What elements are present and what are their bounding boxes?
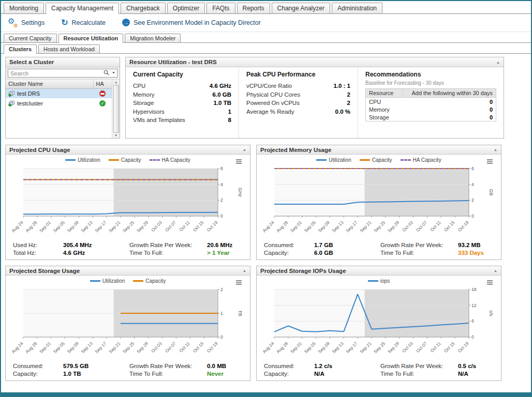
stat-value: 6.0 GB xyxy=(314,250,333,256)
x-tick-label: Sep 13 xyxy=(80,341,94,354)
stat-value: 579.5 GB xyxy=(63,363,88,369)
collapse-icon[interactable]: ▲ xyxy=(494,148,497,151)
x-tick-label: Oct 11 xyxy=(429,341,442,354)
app-window: Monitoring Capacity Management Chargebac… xyxy=(0,0,532,397)
chart-options-icon[interactable] xyxy=(487,159,493,160)
chart-options-icon[interactable] xyxy=(236,280,242,281)
x-tick-label: Sep 13 xyxy=(331,341,345,354)
chart-legend: UtilizationCapacityHA Capacity xyxy=(259,156,499,164)
y-tick-label: 0 xyxy=(220,213,223,219)
cluster-name-cell: testcluster xyxy=(6,98,93,108)
cluster-list-scrollbar[interactable]: ▲ ▼ xyxy=(112,80,120,138)
stat-value: Never xyxy=(207,371,224,377)
scroll-up-icon[interactable]: ▲ xyxy=(114,81,117,84)
search-options-caret-icon[interactable]: ▼ xyxy=(112,71,115,74)
x-tick-label: Sep 05 xyxy=(303,220,317,233)
collapse-icon[interactable]: ▲ xyxy=(496,60,500,64)
x-tick-label: Sep 01 xyxy=(38,220,52,233)
column-header-ha[interactable]: HA xyxy=(93,80,112,88)
recommendation-resource: Storage xyxy=(366,113,403,121)
metric-label: Memory xyxy=(133,91,155,98)
y-tick-label: 4 xyxy=(471,182,474,187)
x-tick-label: Sep 29 xyxy=(136,220,149,233)
collapse-icon[interactable]: ▲ xyxy=(494,269,497,272)
refresh-icon: ↻ xyxy=(61,19,68,26)
x-tick-label: Aug 24 xyxy=(10,341,24,354)
metric-row: Physical CPU Cores2 xyxy=(246,90,350,99)
chart-title: Projected Storage IOPs Usage xyxy=(260,268,346,274)
cluster-table-body: test DRStestcluster✓ xyxy=(6,88,112,108)
chart-stat: Time To Full:> 1 Year xyxy=(129,250,243,256)
x-tick-label: Sep 21 xyxy=(108,341,121,354)
metric-label: Average % Ready xyxy=(246,109,294,115)
chart-stat: Consumed:1.2 c/s xyxy=(264,363,380,369)
x-tick-label: Oct 07 xyxy=(164,341,177,354)
search-icon[interactable] xyxy=(104,70,109,77)
scroll-down-icon[interactable]: ▼ xyxy=(114,134,117,137)
collapse-icon[interactable]: ▲ xyxy=(243,148,246,151)
legend-label: HA Capacity xyxy=(413,157,441,163)
environment-model-link[interactable]: → See Environment Model in Capacity Dire… xyxy=(122,19,261,26)
cluster-name-cell: test DRS xyxy=(6,88,93,98)
cluster-search-input[interactable] xyxy=(8,69,117,78)
y-tick-label: 2 xyxy=(220,197,223,203)
chart-options-icon[interactable] xyxy=(487,280,493,281)
tab-change-analyzer[interactable]: Change Analyzer xyxy=(272,3,330,13)
tab-clusters[interactable]: Clusters xyxy=(4,44,37,54)
chart-body: UtilizationCapacity 012TBAug 24Aug 28Sep… xyxy=(6,276,250,380)
metric-label: vCPU/Core Ratio xyxy=(246,83,292,89)
chart-panel-header: Projected CPU Usage ▲ xyxy=(6,145,250,155)
stat-value: 1.0 TB xyxy=(63,371,81,377)
top-row: Select a Cluster ▼ Cluster Name xyxy=(5,57,527,139)
chart-stat: Growth Rate Per Week:0.5 c/s xyxy=(380,363,494,369)
cluster-row[interactable]: testcluster✓ xyxy=(6,98,112,108)
x-tick-label: Oct 19 xyxy=(457,341,470,354)
cluster-panel-title: Select a Cluster xyxy=(9,59,54,65)
tab-optimizer[interactable]: Optimizer xyxy=(167,3,205,13)
cluster-icon xyxy=(8,100,15,106)
chart-legend: UtilizationCapacity xyxy=(8,277,248,285)
tab-capacity-management[interactable]: Capacity Management xyxy=(46,3,119,14)
tab-chargeback[interactable]: Chargeback xyxy=(121,3,166,13)
chart-stats: Used Hz:305.4 MHzGrowth Rate Per Week:20… xyxy=(8,242,248,259)
x-tick-label: Sep 25 xyxy=(373,220,386,233)
chart-panel-header: Projected Storage Usage ▲ xyxy=(6,266,250,276)
select-cluster-panel: Select a Cluster ▼ Cluster Name xyxy=(5,57,120,139)
cluster-row[interactable]: test DRS xyxy=(6,88,112,98)
x-tick-label: Oct 11 xyxy=(429,220,442,233)
toolbar: ⚙⚙ Settings ↻ Recalculate → See Environm… xyxy=(1,14,531,32)
x-tick-label: Sep 05 xyxy=(303,341,317,354)
metric-value: 1 xyxy=(228,109,231,115)
x-tick-label: Sep 01 xyxy=(38,341,52,354)
y-tick-label: 2 xyxy=(220,287,223,292)
recommendation-resource: Memory xyxy=(366,105,403,113)
recalculate-button[interactable]: ↻ Recalculate xyxy=(61,19,106,26)
tab-current-capacity[interactable]: Current Capacity xyxy=(4,34,57,42)
tab-resource-utilization[interactable]: Resource Utilization xyxy=(58,34,124,43)
legend-label: Capacity xyxy=(121,157,141,163)
tab-faqts[interactable]: FAQts xyxy=(206,3,235,13)
tab-hosts-and-workload[interactable]: Hosts and Workload xyxy=(38,44,100,53)
column-header-cluster-name[interactable]: Cluster Name xyxy=(6,80,93,88)
stat-label: Time To Full: xyxy=(380,371,458,377)
tab-migration-modeler[interactable]: Migration Modeler xyxy=(125,34,181,42)
projected-storage-usage-panel: Projected Storage Usage ▲ UtilizationCap… xyxy=(5,266,250,381)
chart-title: Projected CPU Usage xyxy=(9,147,70,153)
x-tick-label: Aug 28 xyxy=(24,220,38,233)
scrollbar-thumb[interactable] xyxy=(113,85,119,133)
x-tick-label: Aug 24 xyxy=(261,341,275,354)
settings-button[interactable]: ⚙⚙ Settings xyxy=(8,18,45,27)
stat-label: Capacity: xyxy=(264,250,314,256)
chart-stat: Total Hz:4.6 GHz xyxy=(13,250,129,256)
tab-reports[interactable]: Reports xyxy=(237,3,270,13)
tab-administration[interactable]: Administration xyxy=(332,3,382,13)
tab-monitoring[interactable]: Monitoring xyxy=(4,3,44,13)
chart-options-icon[interactable] xyxy=(236,159,242,160)
collapse-icon[interactable]: ▲ xyxy=(243,269,246,272)
stat-value: N/A xyxy=(314,371,324,377)
x-tick-label: Oct 19 xyxy=(206,220,219,233)
legend-swatch xyxy=(133,280,143,282)
chart-stat: Growth Rate Per Week:93.2 MB xyxy=(380,242,494,248)
legend-swatch xyxy=(360,159,370,161)
stat-value: > 1 Year xyxy=(207,250,230,256)
